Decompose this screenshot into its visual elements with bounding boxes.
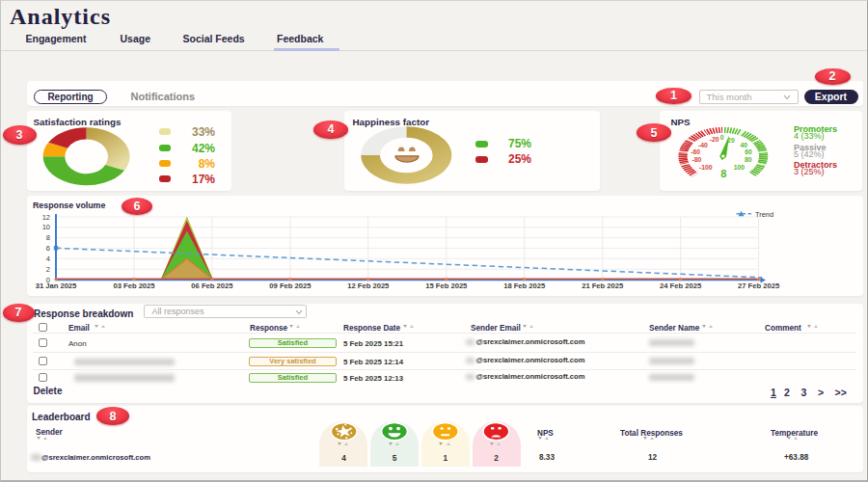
svg-text:09 Feb 2025: 09 Feb 2025 xyxy=(269,281,312,290)
svg-text:60: 60 xyxy=(745,148,752,155)
svg-text:80: 80 xyxy=(745,156,752,163)
svg-text:8: 8 xyxy=(46,233,50,242)
svg-text:-80: -80 xyxy=(692,156,701,163)
svg-text:03 Feb 2025: 03 Feb 2025 xyxy=(113,281,155,290)
svg-text:27 Feb 2025: 27 Feb 2025 xyxy=(738,281,780,290)
svg-text:-100: -100 xyxy=(699,164,713,171)
svg-text:6: 6 xyxy=(46,244,50,253)
svg-text:4: 4 xyxy=(46,254,50,263)
svg-text:10: 10 xyxy=(42,223,50,231)
svg-text:-40: -40 xyxy=(698,142,708,148)
svg-text:12 Feb 2025: 12 Feb 2025 xyxy=(347,281,390,290)
svg-text:-20: -20 xyxy=(710,136,719,143)
svg-text:12: 12 xyxy=(42,213,50,222)
svg-text:Trend: Trend xyxy=(755,210,773,219)
svg-text:24 Feb 2025: 24 Feb 2025 xyxy=(660,281,702,290)
svg-text:31 Jan 2025: 31 Jan 2025 xyxy=(36,281,77,290)
svg-text:-60: -60 xyxy=(691,148,700,155)
svg-text:21 Feb 2025: 21 Feb 2025 xyxy=(582,281,624,290)
svg-text:8: 8 xyxy=(720,168,726,179)
svg-text:06 Feb 2025: 06 Feb 2025 xyxy=(191,281,233,290)
svg-text:2: 2 xyxy=(46,265,50,274)
svg-text:15 Feb 2025: 15 Feb 2025 xyxy=(425,281,468,290)
svg-text:100: 100 xyxy=(734,164,746,171)
svg-text:0: 0 xyxy=(720,134,724,141)
svg-text:18 Feb 2025: 18 Feb 2025 xyxy=(503,281,546,290)
